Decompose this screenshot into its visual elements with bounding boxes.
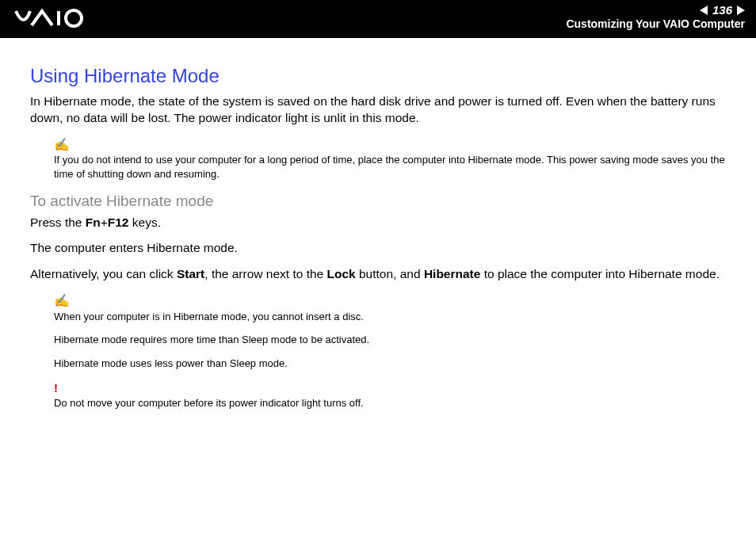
note-text: If you do not intend to use your compute… bbox=[54, 154, 725, 180]
alternative-line: Alternatively, you can click Start, the … bbox=[30, 266, 726, 283]
page-title: Using Hibernate Mode bbox=[30, 65, 726, 87]
nav-prev-icon[interactable] bbox=[700, 6, 708, 15]
note-text: When your computer is in Hibernate mode,… bbox=[54, 310, 726, 324]
svg-point-1 bbox=[66, 10, 82, 26]
press-keys-line: Press the Fn+F12 keys. bbox=[30, 215, 726, 231]
content-area: Using Hibernate Mode In Hibernate mode, … bbox=[0, 38, 756, 410]
breadcrumb: Customizing Your VAIO Computer bbox=[566, 17, 745, 30]
intro-paragraph: In Hibernate mode, the state of the syst… bbox=[30, 93, 726, 127]
header-bar: 136 Customizing Your VAIO Computer bbox=[0, 0, 756, 38]
note-icon: ✍ bbox=[54, 136, 726, 154]
note-icon: ✍ bbox=[54, 292, 726, 310]
note-text: Hibernate mode uses less power than Slee… bbox=[54, 357, 726, 371]
vaio-logo bbox=[14, 6, 109, 33]
enters-line: The computer enters Hibernate mode. bbox=[30, 240, 726, 257]
warning-text: Do not move your computer before its pow… bbox=[54, 397, 364, 409]
note-block-1: ✍ If you do not intend to use your compu… bbox=[54, 136, 726, 181]
page-number: 136 bbox=[712, 3, 732, 17]
note-block-2: ✍ When your computer is in Hibernate mod… bbox=[54, 292, 726, 410]
nav-next-icon[interactable] bbox=[737, 6, 745, 15]
warning-icon: ! bbox=[54, 380, 726, 396]
page-nav: 136 bbox=[566, 3, 745, 17]
svg-rect-0 bbox=[57, 11, 60, 25]
note-text: Hibernate mode requires more time than S… bbox=[54, 333, 726, 347]
subheading: To activate Hibernate mode bbox=[30, 193, 726, 210]
